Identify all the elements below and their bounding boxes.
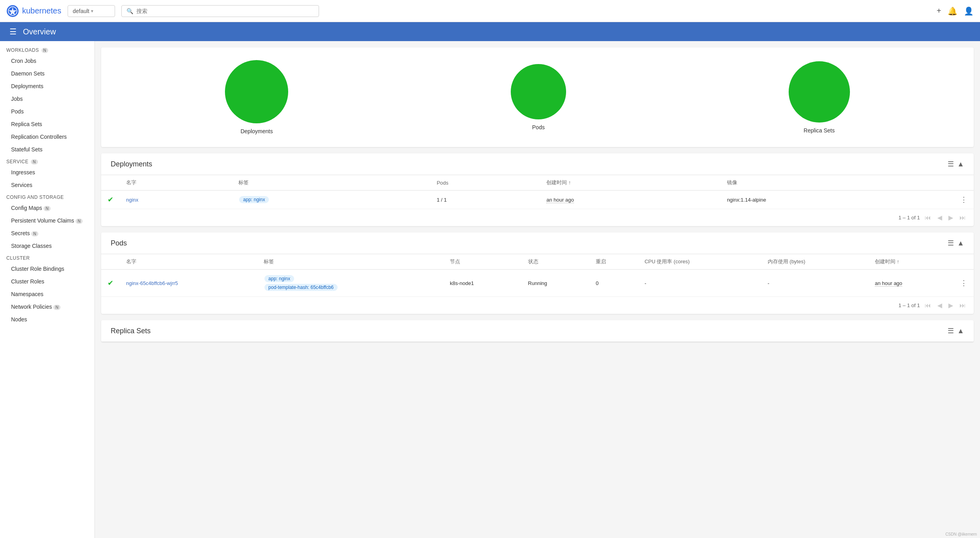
service-label: Service <box>6 159 28 164</box>
notifications-icon[interactable]: 🔔 <box>948 6 957 16</box>
col-name: 名字 <box>120 175 232 191</box>
main-layout: Workloads N Cron Jobs Daemon Sets Deploy… <box>0 41 980 538</box>
deployments-filter-icon[interactable]: ☰ <box>948 160 954 168</box>
deployment-name-cell: nginx <box>120 191 232 209</box>
logo[interactable]: kubernetes <box>6 5 61 17</box>
deployments-collapse-icon[interactable]: ▲ <box>957 160 964 168</box>
sidebar-item-daemon-sets[interactable]: Daemon Sets <box>0 67 94 80</box>
deployments-table: 名字 标签 Pods 创建时间 ↑ 镜像 ✔ nginx <box>101 175 974 209</box>
replica-sets-collapse-icon[interactable]: ▲ <box>957 327 964 335</box>
sidebar-item-pods[interactable]: Pods <box>0 105 94 118</box>
pod-label-chip-2[interactable]: pod-template-hash: 65c4bffcb6 <box>264 284 338 291</box>
pods-next-page-btn[interactable]: ▶ <box>947 300 955 311</box>
replica-sets-actions: ☰ ▲ <box>948 327 964 335</box>
deployments-title: Deployments <box>111 160 152 168</box>
more-options-icon[interactable]: ⋮ <box>960 196 967 204</box>
sidebar-item-jobs[interactable]: Jobs <box>0 92 94 105</box>
workloads-label: Workloads <box>6 47 39 53</box>
sidebar-section-workloads: Workloads N <box>0 44 94 55</box>
pods-card: Pods ☰ ▲ 名字 标签 节点 状态 重启 CPU 使用率 (cores) <box>101 232 974 314</box>
navbar: kubernetes default ▾ 🔍 + 🔔 👤 <box>0 0 980 22</box>
pods-circle <box>511 64 566 119</box>
table-row: ✔ nginx app: nginx 1 / 1 an hour ago ngi… <box>101 191 974 209</box>
pods-filter-icon[interactable]: ☰ <box>948 239 954 247</box>
logo-text: kubernetes <box>22 6 61 15</box>
pod-label-chip-1[interactable]: app: nginx <box>264 275 294 282</box>
replica-sets-filter-icon[interactable]: ☰ <box>948 327 954 335</box>
user-icon[interactable]: 👤 <box>964 6 974 16</box>
col-labels: 标签 <box>232 175 431 191</box>
sidebar-item-secrets[interactable]: Secrets N <box>0 227 94 240</box>
deployment-name-link[interactable]: nginx <box>126 197 138 203</box>
namespace-value: default <box>73 8 89 14</box>
sidebar-section-service: Service N <box>0 156 94 166</box>
search-input[interactable] <box>136 8 314 14</box>
col-status <box>101 175 120 191</box>
pods-last-page-btn[interactable]: ⏭ <box>958 300 967 311</box>
page-title: Overview <box>23 27 56 36</box>
sidebar-item-cluster-roles[interactable]: Cluster Roles <box>0 275 94 288</box>
pods-prev-page-btn[interactable]: ◀ <box>936 300 944 311</box>
label-chip[interactable]: app: nginx <box>239 196 269 203</box>
last-page-btn[interactable]: ⏭ <box>958 213 967 223</box>
sidebar-item-config-maps[interactable]: Config Maps N <box>0 202 94 214</box>
sidebar-item-nodes[interactable]: Nodes <box>0 313 94 326</box>
sidebar-section-config: Config and Storage <box>0 191 94 202</box>
deployment-created-cell: an hour ago <box>540 191 721 209</box>
prev-page-btn[interactable]: ◀ <box>936 212 944 223</box>
first-page-btn[interactable]: ⏮ <box>923 213 933 223</box>
pods-collapse-icon[interactable]: ▲ <box>957 239 964 247</box>
summary-deployments: Deployments <box>225 60 288 134</box>
col-actions <box>954 254 974 270</box>
add-icon[interactable]: + <box>937 6 941 15</box>
sidebar-item-cron-jobs[interactable]: Cron Jobs <box>0 55 94 67</box>
deployments-pagination-info: 1 – 1 of 1 <box>899 215 920 221</box>
sidebar-item-pvc[interactable]: Persistent Volume Claims N <box>0 214 94 227</box>
sidebar-item-namespaces[interactable]: Namespaces <box>0 288 94 300</box>
pod-restarts-cell: 0 <box>589 270 638 297</box>
col-state: 状态 <box>522 254 589 270</box>
navbar-right: + 🔔 👤 <box>937 6 974 16</box>
col-name: 名字 <box>120 254 257 270</box>
replica-sets-header: Replica Sets ☰ ▲ <box>101 320 974 342</box>
content: Deployments Pods Replica Sets Deployment… <box>95 41 980 538</box>
sidebar-item-stateful-sets[interactable]: Stateful Sets <box>0 143 94 156</box>
sidebar-item-network-policies[interactable]: Network Policies N <box>0 300 94 313</box>
sidebar-item-services[interactable]: Services <box>0 179 94 191</box>
pods-title: Pods <box>111 239 127 247</box>
summary-pods: Pods <box>511 64 566 130</box>
pods-table: 名字 标签 节点 状态 重启 CPU 使用率 (cores) 内存使用 (byt… <box>101 254 974 296</box>
sidebar-item-replication-controllers[interactable]: Replication Controllers <box>0 130 94 143</box>
pods-label: Pods <box>532 124 545 130</box>
col-created: 创建时间 ↑ <box>540 175 721 191</box>
pods-pagination: 1 – 1 of 1 ⏮ ◀ ▶ ⏭ <box>101 296 974 314</box>
watermark: CSDN @iikernern <box>945 532 977 536</box>
cluster-label: Cluster <box>6 255 30 261</box>
replica-sets-label: Replica Sets <box>804 127 835 134</box>
workloads-badge: N <box>42 48 49 53</box>
namespace-selector[interactable]: default ▾ <box>68 5 115 17</box>
summary-replica-sets: Replica Sets <box>789 61 850 134</box>
sidebar-item-cluster-role-bindings[interactable]: Cluster Role Bindings <box>0 262 94 275</box>
col-memory: 内存使用 (bytes) <box>761 254 869 270</box>
menu-icon[interactable]: ☰ <box>9 27 17 36</box>
sidebar-item-storage-classes[interactable]: Storage Classes <box>0 240 94 252</box>
pod-name-link[interactable]: nginx-65c4bffcb6-wjrr5 <box>126 280 178 286</box>
deployment-created-time[interactable]: an hour ago <box>546 197 574 203</box>
sidebar-item-ingresses[interactable]: Ingresses <box>0 166 94 179</box>
pods-first-page-btn[interactable]: ⏮ <box>923 300 933 311</box>
pod-more-options-icon[interactable]: ⋮ <box>960 279 967 287</box>
next-page-btn[interactable]: ▶ <box>947 212 955 223</box>
pod-name-cell: nginx-65c4bffcb6-wjrr5 <box>120 270 257 297</box>
pods-header: Pods ☰ ▲ <box>101 232 974 254</box>
pod-labels-cell: app: nginx pod-template-hash: 65c4bffcb6 <box>257 270 444 297</box>
sidebar-item-replica-sets[interactable]: Replica Sets <box>0 118 94 130</box>
deployments-circle <box>225 60 288 123</box>
pod-node-cell: k8s-node1 <box>444 270 522 297</box>
deployment-pods-cell: 1 / 1 <box>431 191 540 209</box>
sidebar-item-deployments[interactable]: Deployments <box>0 80 94 92</box>
pod-created-time[interactable]: an hour ago <box>875 280 902 287</box>
deployments-pagination: 1 – 1 of 1 ⏮ ◀ ▶ ⏭ <box>101 209 974 226</box>
col-pods: Pods <box>431 175 540 191</box>
deployment-image-cell: nginx:1.14-alpine <box>721 191 954 209</box>
